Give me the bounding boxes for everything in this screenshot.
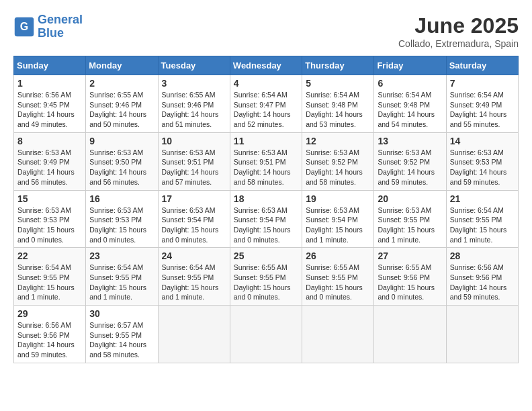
day-info: Sunrise: 6:54 AM Sunset: 9:47 PM Dayligh…	[234, 90, 298, 130]
day-number: 5	[306, 78, 370, 89]
day-cell-29: 29 Sunrise: 6:56 AM Sunset: 9:56 PM Dayl…	[14, 306, 86, 363]
day-info: Sunrise: 6:55 AM Sunset: 9:46 PM Dayligh…	[89, 90, 154, 130]
header-friday: Friday	[374, 56, 446, 75]
sunrise: Sunrise: 6:53 AM	[234, 148, 287, 156]
day-info: Sunrise: 6:53 AM Sunset: 9:55 PM Dayligh…	[378, 205, 442, 245]
day-cell-10: 10 Sunrise: 6:53 AM Sunset: 9:51 PM Dayl…	[158, 132, 230, 190]
day-number: 11	[234, 136, 298, 146]
daylight: Daylight: 14 hours and 59 minutes.	[450, 283, 507, 302]
sunrise: Sunrise: 6:55 AM	[89, 91, 143, 99]
sunset: Sunset: 9:48 PM	[306, 101, 358, 109]
empty-cell	[302, 306, 374, 363]
sunset: Sunset: 9:54 PM	[306, 216, 358, 224]
calendar-table: Sunday Monday Tuesday Wednesday Thursday…	[13, 56, 519, 363]
sunset: Sunset: 9:54 PM	[234, 216, 286, 224]
day-number: 6	[378, 78, 442, 89]
sunrise: Sunrise: 6:55 AM	[234, 263, 287, 271]
week-row-1: 1 Sunrise: 6:56 AM Sunset: 9:45 PM Dayli…	[14, 75, 519, 133]
day-info: Sunrise: 6:53 AM Sunset: 9:54 PM Dayligh…	[234, 205, 298, 245]
day-cell-23: 23 Sunrise: 6:54 AM Sunset: 9:55 PM Dayl…	[86, 248, 158, 306]
sunrise: Sunrise: 6:54 AM	[162, 263, 216, 271]
daylight: Daylight: 14 hours and 58 minutes.	[306, 168, 363, 186]
daylight: Daylight: 14 hours and 58 minutes.	[89, 340, 146, 359]
header-sunday: Sunday	[14, 56, 86, 75]
day-cell-26: 26 Sunrise: 6:55 AM Sunset: 9:55 PM Dayl…	[302, 248, 374, 306]
sunset: Sunset: 9:46 PM	[162, 101, 214, 109]
day-info: Sunrise: 6:53 AM Sunset: 9:52 PM Dayligh…	[378, 148, 442, 187]
sunrise: Sunrise: 6:53 AM	[17, 148, 71, 156]
day-info: Sunrise: 6:55 AM Sunset: 9:55 PM Dayligh…	[234, 263, 298, 302]
location: Collado, Extremadura, Spain	[398, 38, 519, 49]
daylight: Daylight: 14 hours and 56 minutes.	[89, 168, 146, 186]
sunset: Sunset: 9:56 PM	[17, 331, 70, 339]
day-info: Sunrise: 6:55 AM Sunset: 9:56 PM Dayligh…	[378, 263, 442, 302]
sunrise: Sunrise: 6:54 AM	[306, 91, 359, 99]
day-number: 20	[378, 193, 442, 204]
day-cell-18: 18 Sunrise: 6:53 AM Sunset: 9:54 PM Dayl…	[230, 190, 302, 248]
sunrise: Sunrise: 6:53 AM	[306, 206, 359, 214]
sunset: Sunset: 9:49 PM	[17, 158, 70, 166]
day-cell-4: 4 Sunrise: 6:54 AM Sunset: 9:47 PM Dayli…	[230, 75, 302, 133]
week-row-2: 8 Sunrise: 6:53 AM Sunset: 9:49 PM Dayli…	[14, 132, 519, 190]
day-number: 1	[17, 78, 82, 89]
day-info: Sunrise: 6:55 AM Sunset: 9:46 PM Dayligh…	[162, 90, 226, 130]
day-number: 26	[306, 250, 370, 261]
day-cell-2: 2 Sunrise: 6:55 AM Sunset: 9:46 PM Dayli…	[86, 75, 158, 133]
sunset: Sunset: 9:52 PM	[306, 158, 358, 166]
header-saturday: Saturday	[446, 56, 518, 75]
day-number: 23	[89, 250, 154, 261]
sunset: Sunset: 9:55 PM	[162, 273, 214, 281]
day-number: 3	[162, 78, 226, 89]
day-number: 28	[450, 250, 515, 261]
day-cell-3: 3 Sunrise: 6:55 AM Sunset: 9:46 PM Dayli…	[158, 75, 230, 133]
logo-icon: G	[13, 16, 35, 38]
day-number: 18	[234, 193, 298, 204]
sunrise: Sunrise: 6:53 AM	[450, 148, 504, 156]
logo-line1: General	[38, 13, 83, 26]
sunset: Sunset: 9:55 PM	[89, 273, 142, 281]
week-row-4: 22 Sunrise: 6:54 AM Sunset: 9:55 PM Dayl…	[14, 248, 519, 306]
day-info: Sunrise: 6:54 AM Sunset: 9:55 PM Dayligh…	[17, 263, 82, 302]
day-cell-8: 8 Sunrise: 6:53 AM Sunset: 9:49 PM Dayli…	[14, 132, 86, 190]
daylight: Daylight: 14 hours and 54 minutes.	[378, 110, 435, 128]
day-cell-5: 5 Sunrise: 6:54 AM Sunset: 9:48 PM Dayli…	[302, 75, 374, 133]
day-cell-22: 22 Sunrise: 6:54 AM Sunset: 9:55 PM Dayl…	[14, 248, 86, 306]
header-wednesday: Wednesday	[230, 56, 302, 75]
daylight: Daylight: 14 hours and 59 minutes.	[17, 340, 75, 359]
day-number: 4	[234, 78, 298, 89]
day-number: 15	[17, 193, 82, 204]
daylight: Daylight: 15 hours and 0 minutes.	[378, 283, 435, 302]
sunset: Sunset: 9:55 PM	[378, 216, 430, 224]
daylight: Daylight: 14 hours and 56 minutes.	[17, 168, 75, 186]
header-tuesday: Tuesday	[158, 56, 230, 75]
day-number: 29	[17, 308, 82, 319]
daylight: Daylight: 14 hours and 59 minutes.	[378, 168, 435, 186]
sunrise: Sunrise: 6:54 AM	[89, 263, 143, 271]
day-cell-25: 25 Sunrise: 6:55 AM Sunset: 9:55 PM Dayl…	[230, 248, 302, 306]
day-number: 17	[162, 193, 226, 204]
sunrise: Sunrise: 6:56 AM	[450, 263, 504, 271]
sunset: Sunset: 9:53 PM	[89, 216, 142, 224]
day-info: Sunrise: 6:53 AM Sunset: 9:53 PM Dayligh…	[17, 205, 82, 245]
empty-cell	[446, 306, 518, 363]
daylight: Daylight: 14 hours and 57 minutes.	[162, 168, 219, 186]
daylight: Daylight: 15 hours and 1 minute.	[17, 283, 75, 302]
day-info: Sunrise: 6:53 AM Sunset: 9:51 PM Dayligh…	[234, 148, 298, 187]
daylight: Daylight: 14 hours and 55 minutes.	[450, 110, 507, 128]
day-cell-1: 1 Sunrise: 6:56 AM Sunset: 9:45 PM Dayli…	[14, 75, 86, 133]
day-number: 25	[234, 250, 298, 261]
sunrise: Sunrise: 6:53 AM	[17, 206, 71, 214]
day-number: 16	[89, 193, 154, 204]
sunrise: Sunrise: 6:53 AM	[378, 148, 431, 156]
day-number: 2	[89, 78, 154, 89]
empty-cell	[158, 306, 230, 363]
day-info: Sunrise: 6:54 AM Sunset: 9:48 PM Dayligh…	[378, 90, 442, 130]
daylight: Daylight: 14 hours and 51 minutes.	[162, 110, 219, 128]
day-number: 14	[450, 136, 515, 146]
empty-cell	[230, 306, 302, 363]
day-cell-14: 14 Sunrise: 6:53 AM Sunset: 9:53 PM Dayl…	[446, 132, 518, 190]
sunrise: Sunrise: 6:54 AM	[234, 91, 287, 99]
day-info: Sunrise: 6:54 AM Sunset: 9:55 PM Dayligh…	[450, 205, 515, 245]
daylight: Daylight: 14 hours and 52 minutes.	[234, 110, 291, 128]
day-info: Sunrise: 6:54 AM Sunset: 9:55 PM Dayligh…	[89, 263, 154, 302]
